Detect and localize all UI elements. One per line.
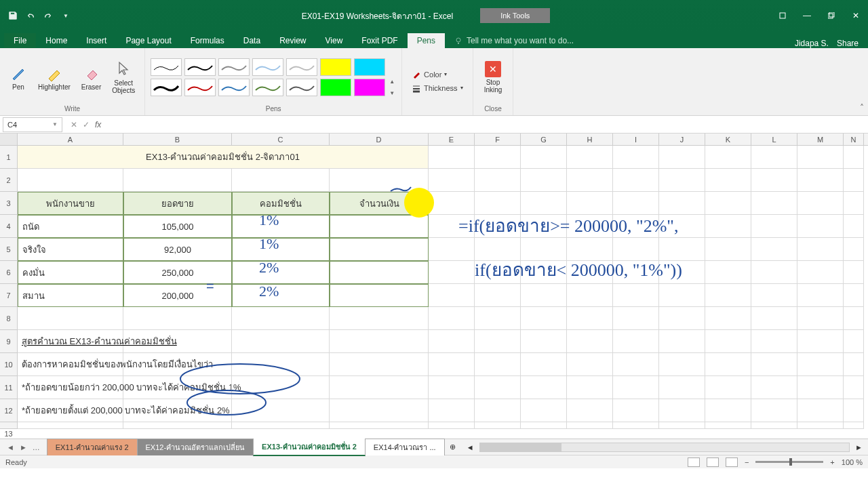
cell[interactable] — [330, 330, 429, 353]
cell[interactable] — [613, 307, 659, 330]
cell[interactable] — [123, 330, 232, 353]
select-objects-button[interactable]: Select Objects — [108, 59, 139, 96]
cell[interactable] — [429, 330, 475, 353]
cell[interactable] — [751, 422, 797, 429]
cell[interactable] — [18, 307, 123, 330]
pen-lightblue[interactable] — [252, 58, 283, 76]
cell[interactable] — [797, 238, 844, 261]
tab-foxit[interactable]: Foxit PDF — [352, 33, 407, 48]
cell[interactable] — [429, 422, 475, 429]
tab-view[interactable]: View — [316, 33, 353, 48]
pen-green[interactable] — [252, 79, 283, 96]
cell[interactable] — [659, 307, 705, 330]
cell[interactable] — [475, 399, 521, 422]
cell[interactable] — [659, 146, 705, 169]
cell[interactable] — [18, 169, 123, 192]
table-cell[interactable]: สมาน — [18, 284, 123, 307]
cell[interactable] — [797, 169, 844, 192]
table-cell[interactable]: ถนัด — [18, 215, 123, 238]
cell[interactable] — [705, 146, 751, 169]
user-name[interactable]: Jidapa S. — [795, 39, 829, 48]
tab-page-layout[interactable]: Page Layout — [116, 33, 180, 48]
cell[interactable] — [475, 376, 521, 399]
col-header-C[interactable]: C — [232, 134, 330, 145]
cell[interactable] — [844, 169, 864, 192]
row-header[interactable]: 3 — [0, 192, 18, 215]
cell[interactable] — [797, 146, 844, 169]
row-header[interactable]: 13 — [0, 422, 18, 429]
row-header[interactable]: 1 — [0, 146, 18, 169]
tab-home[interactable]: Home — [36, 33, 77, 48]
fx-icon[interactable]: fx — [95, 120, 101, 129]
pen-blue[interactable] — [218, 79, 250, 96]
table-cell[interactable] — [330, 215, 429, 238]
cell[interactable] — [705, 238, 751, 261]
cell[interactable] — [659, 399, 705, 422]
cell[interactable] — [613, 284, 659, 307]
note-cell[interactable]: สูตรคำนวณ EX13-คำนวณค่าคอมมิชชั่น — [18, 330, 123, 353]
cell[interactable] — [330, 353, 429, 376]
cell[interactable] — [844, 353, 864, 376]
table-cell[interactable] — [330, 238, 429, 261]
table-cell[interactable] — [232, 215, 330, 238]
cell[interactable] — [567, 376, 613, 399]
cell[interactable] — [475, 353, 521, 376]
hscroll-left-icon[interactable]: ◄ — [467, 443, 474, 451]
cell[interactable] — [844, 399, 864, 422]
cell[interactable] — [567, 169, 613, 192]
minimize-icon[interactable]: — — [797, 9, 816, 22]
cell[interactable] — [844, 422, 864, 429]
cell[interactable] — [429, 169, 475, 192]
cell[interactable] — [613, 169, 659, 192]
cell[interactable] — [705, 192, 751, 215]
cell[interactable] — [18, 422, 123, 429]
enter-formula-icon[interactable]: ✓ — [83, 120, 90, 129]
note-cell[interactable]: *ถ้ายอดขายน้อยกว่า 200,000 บาทจะได้ค่าคอ… — [18, 376, 123, 399]
pen-black-med[interactable] — [184, 58, 216, 76]
cell[interactable] — [475, 307, 521, 330]
cell[interactable] — [797, 330, 844, 353]
tab-formulas[interactable]: Formulas — [181, 33, 234, 48]
sheet-nav-prev-icon[interactable]: ◄ — [7, 443, 14, 451]
cell[interactable] — [613, 399, 659, 422]
col-header-A[interactable]: A — [18, 134, 123, 145]
sheet-tab-ex13[interactable]: EX13-คำนวณค่าคอมมิชชั่น 2 — [253, 438, 366, 456]
cell[interactable] — [475, 284, 521, 307]
cell[interactable] — [330, 376, 429, 399]
select-all-corner[interactable] — [0, 134, 18, 145]
cell[interactable] — [705, 422, 751, 429]
highlighter-magenta[interactable] — [354, 79, 385, 96]
cell[interactable] — [123, 376, 232, 399]
cell[interactable] — [567, 307, 613, 330]
cell[interactable] — [429, 376, 475, 399]
table-cell[interactable]: 92,000 — [123, 238, 232, 261]
ribbon-options-icon[interactable] — [773, 9, 792, 22]
pen-red[interactable] — [184, 79, 216, 96]
tab-pens[interactable]: Pens — [408, 33, 445, 48]
tab-review[interactable]: Review — [270, 33, 315, 48]
table-cell[interactable] — [330, 261, 429, 284]
cell[interactable] — [659, 376, 705, 399]
formula-bar[interactable] — [111, 118, 868, 131]
col-header-H[interactable]: H — [567, 134, 613, 145]
gallery-more-icon[interactable]: ▼ — [389, 90, 395, 96]
row-header[interactable]: 9 — [0, 330, 18, 353]
cell[interactable] — [232, 353, 330, 376]
eraser-button[interactable]: Eraser — [77, 63, 105, 92]
table-cell[interactable]: จริงใจ — [18, 238, 123, 261]
cell[interactable] — [844, 146, 864, 169]
cell[interactable] — [797, 284, 844, 307]
note-cell[interactable]: *ถ้ายอดขายตั้งแต่ 200,000 บาทจะได้ค่าคอม… — [18, 399, 123, 422]
cell[interactable] — [659, 169, 705, 192]
share-button[interactable]: Share — [837, 39, 859, 48]
cell[interactable] — [751, 215, 797, 238]
cell[interactable] — [705, 399, 751, 422]
tell-me-search[interactable]: Tell me what you want to do... — [445, 33, 583, 48]
title-cell[interactable]: EX13-คำนวณค่าคอมมิชชั่น 2-จิดาภา01 — [18, 146, 429, 169]
cell[interactable] — [797, 376, 844, 399]
cell[interactable] — [797, 422, 844, 429]
cell[interactable] — [705, 307, 751, 330]
cell[interactable] — [521, 169, 567, 192]
cell[interactable] — [429, 284, 475, 307]
cell[interactable] — [705, 215, 751, 238]
